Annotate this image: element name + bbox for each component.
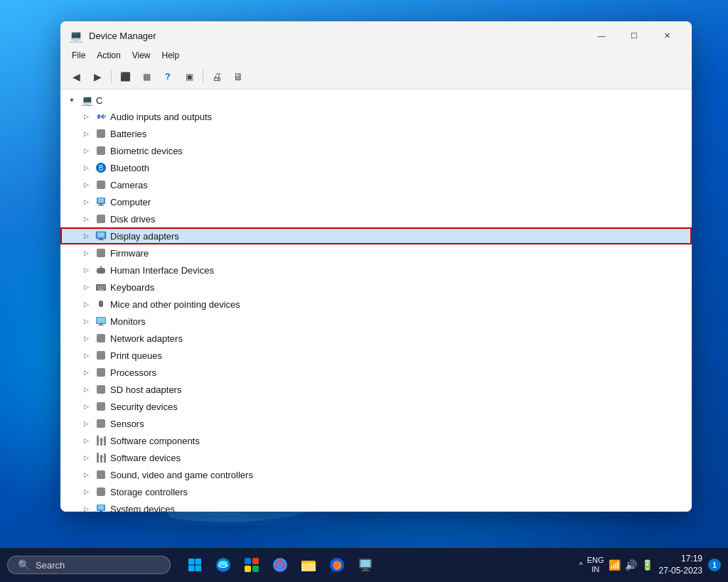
- expand-arrow[interactable]: ▷: [80, 435, 92, 446]
- tree-item[interactable]: ▷Processors: [60, 364, 692, 381]
- device-manager-taskbar-icon[interactable]: [353, 552, 378, 578]
- forward-button[interactable]: ▶: [87, 68, 107, 86]
- expand-arrow[interactable]: ▷: [80, 111, 92, 122]
- window-controls: — ☐ ✕: [585, 26, 683, 45]
- tree-item[interactable]: ▷System devices: [60, 500, 692, 512]
- tree-item[interactable]: ▷Display adapters: [60, 227, 692, 244]
- tree-item[interactable]: ▷Print queues: [60, 347, 692, 364]
- file-explorer-icon[interactable]: [296, 552, 321, 578]
- print-button[interactable]: 🖨: [207, 68, 227, 86]
- minimize-button[interactable]: —: [585, 26, 618, 45]
- expand-arrow[interactable]: ▷: [80, 281, 92, 293]
- taskbar-right: ^ ENG IN 📶 🔊 🔋 17:19 27-05-2023 1: [579, 553, 728, 577]
- menu-action[interactable]: Action: [91, 49, 126, 62]
- tree-item[interactable]: ▷Monitors: [60, 313, 692, 330]
- svg-rect-67: [245, 558, 251, 564]
- svg-rect-8: [97, 180, 105, 189]
- device-tree[interactable]: ▼ 💻 C ▷Audio inputs and outputs▷Batterie…: [60, 90, 692, 512]
- svg-rect-75: [301, 563, 316, 571]
- tree-item[interactable]: ▷Sensors: [60, 415, 692, 432]
- update-driver-button[interactable]: ▦: [136, 68, 156, 86]
- help-button[interactable]: ?: [158, 68, 178, 86]
- start-button[interactable]: [182, 552, 208, 578]
- expand-arrow[interactable]: ▷: [80, 145, 92, 156]
- scan-button[interactable]: ▣: [179, 68, 199, 86]
- tree-item[interactable]: ▷Sound, video and game controllers: [60, 466, 692, 483]
- tree-item-label: Network adapters: [110, 333, 183, 344]
- tree-item-label: System devices: [110, 504, 175, 512]
- tree-item[interactable]: ▷SD host adapters: [60, 381, 692, 398]
- svg-rect-65: [196, 566, 202, 572]
- expand-arrow[interactable]: ▷: [80, 469, 92, 480]
- expand-arrow[interactable]: ▷: [80, 230, 92, 242]
- sound-icon: [95, 468, 107, 481]
- expand-arrow[interactable]: ▷: [80, 162, 92, 173]
- tree-item[interactable]: ▷Computer: [60, 193, 692, 210]
- expand-arrow[interactable]: ▷: [80, 384, 92, 395]
- menu-file[interactable]: File: [66, 49, 91, 62]
- tree-root[interactable]: ▼ 💻 C: [60, 92, 692, 108]
- tree-item[interactable]: ▷Audio inputs and outputs: [60, 108, 692, 125]
- expand-arrow[interactable]: ▷: [80, 452, 92, 463]
- tree-item[interactable]: ▷Cameras: [60, 176, 692, 193]
- tree-item[interactable]: ▷Disk drives: [60, 210, 692, 227]
- expand-arrow[interactable]: ▷: [80, 179, 92, 190]
- tree-item-label: Disk drives: [110, 214, 156, 225]
- expand-arrow[interactable]: ▷: [80, 333, 92, 344]
- clock[interactable]: 17:19 27-05-2023: [659, 553, 702, 577]
- menu-help[interactable]: Help: [156, 49, 186, 62]
- root-expand-arrow[interactable]: ▼: [66, 95, 77, 106]
- widgets-icon[interactable]: [239, 552, 264, 578]
- expand-arrow[interactable]: ▷: [80, 298, 92, 310]
- svg-rect-82: [361, 570, 370, 571]
- tree-item[interactable]: ▷Keyboards: [60, 279, 692, 296]
- tree-item[interactable]: ▷Mice and other pointing devices: [60, 296, 692, 313]
- tree-item[interactable]: ▷Network adapters: [60, 330, 692, 347]
- tree-item[interactable]: ▷BBluetooth: [60, 159, 692, 176]
- expand-arrow[interactable]: ▷: [80, 418, 92, 429]
- tree-item[interactable]: ▷Human Interface Devices: [60, 262, 692, 279]
- maximize-button[interactable]: ☐: [618, 26, 651, 45]
- back-button[interactable]: ◀: [66, 68, 86, 86]
- expand-arrow[interactable]: ▷: [80, 128, 92, 139]
- svg-rect-80: [360, 560, 370, 567]
- tree-item[interactable]: ▷Firmware: [60, 244, 692, 262]
- battery-icon[interactable]: 🔋: [641, 559, 653, 571]
- expand-arrow[interactable]: ▷: [80, 401, 92, 412]
- svg-rect-49: [104, 436, 106, 446]
- expand-arrow[interactable]: ▷: [80, 247, 92, 259]
- chevron-up-icon[interactable]: ^: [579, 561, 583, 569]
- language-indicator[interactable]: ENG IN: [587, 556, 604, 574]
- tree-item[interactable]: ▷Storage controllers: [60, 483, 692, 500]
- software-icon: [95, 434, 107, 447]
- notification-badge[interactable]: 1: [708, 559, 721, 571]
- tree-item-label: Mice and other pointing devices: [110, 299, 240, 310]
- tree-item[interactable]: ▷Software devices: [60, 449, 692, 466]
- taskbar-search[interactable]: 🔍 Search: [7, 556, 171, 574]
- tree-item[interactable]: ▷Security devices: [60, 398, 692, 415]
- expand-arrow[interactable]: ▷: [80, 486, 92, 497]
- expand-arrow[interactable]: ▷: [80, 213, 92, 225]
- wifi-icon[interactable]: 📶: [609, 559, 621, 571]
- svg-rect-44: [97, 385, 105, 394]
- expand-arrow[interactable]: ▷: [80, 264, 92, 276]
- computer-button[interactable]: 🖥: [228, 68, 248, 86]
- tree-item[interactable]: ▷Batteries: [60, 125, 692, 142]
- close-button[interactable]: ✕: [651, 26, 683, 45]
- expand-arrow[interactable]: ▷: [80, 316, 92, 327]
- svg-rect-81: [363, 568, 368, 570]
- browser-edge-icon[interactable]: [210, 552, 236, 578]
- svg-rect-45: [97, 402, 105, 411]
- time-display: 17:19: [659, 553, 702, 565]
- browser-firefox-icon[interactable]: [324, 552, 350, 578]
- expand-arrow[interactable]: ▷: [80, 367, 92, 378]
- show-properties-button[interactable]: ⬛: [115, 68, 135, 86]
- expand-arrow[interactable]: ▷: [80, 196, 92, 208]
- expand-arrow[interactable]: ▷: [80, 350, 92, 361]
- tree-item[interactable]: ▷Software components: [60, 432, 692, 449]
- menu-view[interactable]: View: [127, 49, 156, 62]
- browser-chrome-icon[interactable]: [267, 552, 293, 578]
- expand-arrow[interactable]: ▷: [80, 503, 92, 512]
- tree-item[interactable]: ▷Biometric devices: [60, 142, 692, 159]
- volume-icon[interactable]: 🔊: [625, 559, 637, 571]
